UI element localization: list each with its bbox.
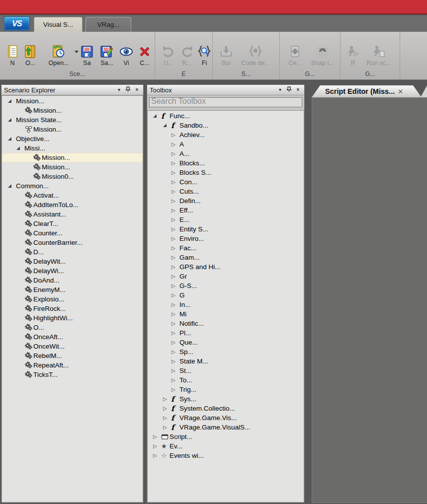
expander-expanded-icon[interactable] (8, 137, 16, 141)
expander-collapsed-icon[interactable]: ▷ (171, 246, 179, 251)
expander-collapsed-icon[interactable]: ▷ (171, 255, 179, 260)
toolbox-header[interactable]: Toolbox ▾ × (147, 85, 304, 95)
expander-collapsed-icon[interactable]: ▷ (153, 453, 161, 458)
tree-item[interactable]: ▷In... (148, 300, 304, 309)
expander-collapsed-icon[interactable]: ▷ (171, 142, 179, 147)
tree-item[interactable]: Counter... (2, 228, 143, 238)
ribbon-button-bui[interactable]: Bui (217, 43, 236, 67)
expander-collapsed-icon[interactable]: ▷ (171, 265, 179, 270)
ribbon-button-r[interactable]: R (344, 43, 361, 67)
tree-item[interactable]: ▷A (148, 140, 304, 149)
tree-item[interactable]: ▷Gam... (148, 253, 304, 262)
tree-item[interactable]: ▷GPS and Hi... (148, 262, 304, 272)
tree-item[interactable]: RebelM... (2, 351, 143, 360)
expander-collapsed-icon[interactable]: ▷ (171, 274, 179, 279)
expander-expanded-icon[interactable] (163, 124, 171, 127)
tree-item[interactable]: ▷Mi (148, 309, 304, 319)
expander-collapsed-icon[interactable]: ▷ (171, 236, 179, 241)
tree-item[interactable]: ▷Notific... (148, 319, 304, 328)
expander-expanded-icon[interactable] (8, 184, 16, 188)
expander-collapsed-icon[interactable]: ▷ (171, 359, 179, 364)
expander-collapsed-icon[interactable]: ▷ (171, 227, 179, 232)
tree-item[interactable]: ▷fSystem.Collectio... (148, 404, 304, 413)
ribbon-button-codede[interactable]: Code de... (236, 43, 275, 67)
expander-collapsed-icon[interactable]: ▷ (163, 416, 171, 421)
tree-item[interactable]: ▷E... (148, 215, 304, 224)
tree-item[interactable]: O... (2, 323, 143, 332)
expander-collapsed-icon[interactable]: ▷ (171, 293, 179, 298)
tree-item[interactable]: HighlightWi... (2, 313, 143, 323)
ribbon-button-c[interactable]: C... (135, 43, 154, 67)
tree-item[interactable]: ▷Entity S... (148, 224, 304, 234)
expander-collapsed-icon[interactable]: ▷ (171, 170, 179, 175)
title-bar[interactable] (0, 0, 427, 14)
ribbon-button-o[interactable]: O... (21, 43, 40, 67)
expander-collapsed-icon[interactable]: ▷ (163, 397, 171, 402)
expander-collapsed-icon[interactable]: ▷ (171, 133, 179, 138)
script-editor-tab[interactable]: Script Editor (Miss... ✕ (312, 85, 422, 97)
expander-collapsed-icon[interactable]: ▷ (171, 151, 179, 156)
tree-item[interactable]: ▷Gr (148, 272, 304, 281)
ribbon-button-sa[interactable]: Sa (78, 43, 96, 67)
ribbon-button-sa[interactable]: Sa... (96, 43, 117, 67)
ribbon-tab-visual-scripting[interactable]: Visual S... (34, 17, 83, 32)
tree-item[interactable]: Mission... (2, 125, 143, 134)
tree-item[interactable]: ▷Blocks S... (148, 168, 304, 177)
ribbon-button-open[interactable]: Open... (40, 43, 78, 67)
tree-item[interactable]: ▷Blocks... (148, 158, 304, 168)
expander-collapsed-icon[interactable]: ▷ (171, 331, 179, 336)
tree-item[interactable]: ▷A... (148, 149, 304, 158)
chevron-down-icon[interactable]: ▾ (115, 86, 123, 93)
tree-item[interactable]: ClearT... (2, 219, 143, 228)
expander-collapsed-icon[interactable]: ▷ (163, 406, 171, 411)
tree-item[interactable]: DelayWit... (2, 257, 143, 266)
expander-collapsed-icon[interactable]: ▷ (171, 387, 179, 392)
expander-collapsed-icon[interactable]: ▷ (171, 199, 179, 204)
tree-item[interactable]: ▷Con... (148, 177, 304, 187)
expander-collapsed-icon[interactable]: ▷ (171, 302, 179, 307)
tree-item[interactable]: fSandbo... (148, 121, 304, 130)
close-icon[interactable]: ✕ (398, 88, 403, 95)
tree-item[interactable]: DoAnd... (2, 276, 143, 285)
tree-item[interactable]: Mission... (2, 106, 143, 115)
ribbon-button-ce[interactable]: Ce... (284, 43, 307, 67)
expander-collapsed-icon[interactable]: ▷ (153, 444, 161, 449)
expander-collapsed-icon[interactable]: ▷ (171, 350, 179, 355)
tree-item[interactable]: ▷fSys... (148, 394, 304, 404)
scenario-explorer-header[interactable]: Scenario Explorer ▾ × (1, 85, 143, 95)
tree-item[interactable]: Mission... (2, 162, 143, 172)
expander-collapsed-icon[interactable]: ▷ (171, 368, 179, 373)
tree-item[interactable]: ▷Eff... (148, 206, 304, 215)
script-editor-canvas[interactable] (312, 97, 427, 503)
close-icon[interactable]: × (133, 86, 141, 93)
pin-icon[interactable] (285, 86, 293, 93)
tree-item[interactable]: ▷G-S... (148, 281, 304, 290)
expander-collapsed-icon[interactable]: ▷ (171, 312, 179, 317)
chevron-down-icon[interactable]: ▾ (276, 86, 284, 93)
tree-item[interactable]: Activat... (2, 191, 143, 200)
tree-item[interactable]: D... (2, 247, 143, 257)
tree-item[interactable]: CounterBarrier... (2, 238, 143, 247)
expander-collapsed-icon[interactable]: ▷ (153, 434, 161, 439)
expander-collapsed-icon[interactable]: ▷ (171, 189, 179, 194)
expander-collapsed-icon[interactable]: ▷ (171, 208, 179, 213)
app-menu-button[interactable]: VS (4, 16, 30, 31)
expander-expanded-icon[interactable] (8, 99, 16, 103)
tree-item[interactable]: Missi... (2, 144, 143, 153)
ribbon-button-n[interactable]: N (4, 43, 21, 67)
ribbon-button-runsc[interactable]: Run sc... (361, 43, 396, 67)
tree-item[interactable]: ▷State M... (148, 357, 304, 366)
tree-item[interactable]: ▷To... (148, 375, 304, 385)
tree-item[interactable]: ▷Pl... (148, 328, 304, 338)
expander-collapsed-icon[interactable]: ▷ (171, 340, 179, 345)
tree-item[interactable]: ▷Que... (148, 338, 304, 347)
tree-item[interactable]: Mission... (2, 96, 143, 106)
expander-expanded-icon[interactable] (16, 146, 24, 150)
expander-collapsed-icon[interactable]: ▷ (163, 425, 171, 430)
tree-item[interactable]: ▷St... (148, 366, 304, 375)
tree-item[interactable]: ▷Trig... (148, 385, 304, 394)
expander-collapsed-icon[interactable]: ▷ (171, 284, 179, 288)
ribbon-button-u[interactable]: U... (159, 43, 178, 67)
ribbon-button-fi[interactable]: Fi (196, 43, 213, 67)
ribbon-tab-vrage[interactable]: VRag... (85, 17, 131, 32)
